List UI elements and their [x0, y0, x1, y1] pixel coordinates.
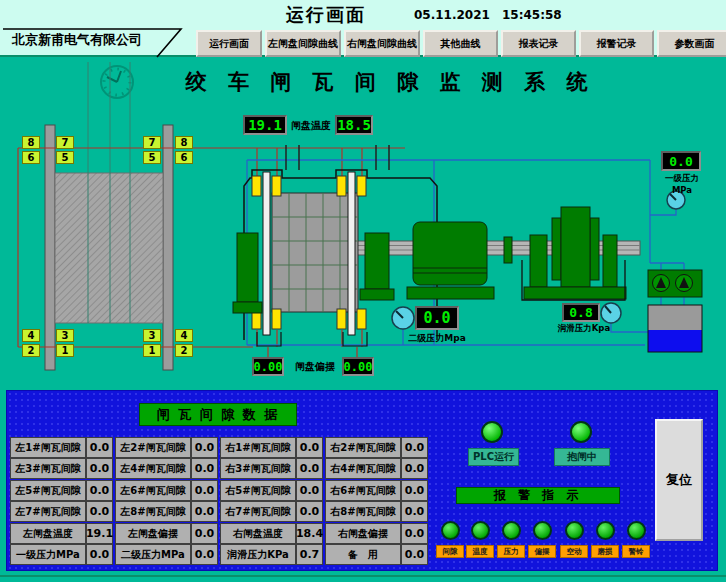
- nav-button-4[interactable]: 报表记录: [501, 30, 576, 57]
- shoe-number-box: 7: [56, 136, 74, 149]
- alarm-lamp: [502, 521, 521, 540]
- plc-status-indicator: PLC运行: [468, 448, 519, 466]
- table-value-cell: 0.0: [86, 544, 113, 565]
- table-label-cell: 右4#闸瓦间隙: [325, 458, 401, 479]
- shoe-number-box: 4: [22, 329, 40, 342]
- nav-button-3[interactable]: 其他曲线: [423, 30, 498, 57]
- table-value-cell: 0.0: [296, 458, 323, 479]
- table-label-cell: 左闸盘温度: [10, 523, 86, 544]
- alarm-lamp: [565, 521, 584, 540]
- shoe-number-box: 3: [143, 329, 161, 342]
- table-value-cell: 0.0: [191, 480, 218, 501]
- table-label-cell: 左1#闸瓦间隙: [10, 437, 86, 458]
- shoe-number-box: 2: [22, 344, 40, 357]
- pressure-stage1-label: 一级压力MPa: [655, 173, 709, 195]
- nav-button-0[interactable]: 运行画面: [196, 30, 262, 57]
- shoe-number-box: 5: [56, 151, 74, 164]
- brake-disc-left: [263, 172, 270, 335]
- table-value-cell: 0.0: [401, 480, 428, 501]
- shoe-number-box: 3: [56, 329, 74, 342]
- clock-icon: [101, 66, 133, 98]
- table-label-cell: 左7#闸瓦间隙: [10, 501, 86, 522]
- system-title: 绞 车 闸 瓦 间 隙 监 测 系 统: [140, 68, 640, 96]
- time-display: 15:45:58: [502, 8, 558, 22]
- disc-temp-label: 闸盘温度: [287, 119, 335, 133]
- alarm-label: 温度: [466, 545, 494, 558]
- shoe-number-box: 7: [143, 136, 161, 149]
- brake-disc-right: [348, 172, 355, 335]
- hydraulic-piping: [247, 160, 684, 345]
- table-label-cell: 二级压力MPa: [115, 544, 191, 565]
- shoe-number-box: 6: [175, 151, 193, 164]
- alarm-label: 偏摆: [528, 545, 556, 558]
- table-label-cell: 左4#闸瓦间隙: [115, 458, 191, 479]
- table-value-cell: 19.1: [86, 523, 113, 544]
- plc-run-lamp: [481, 421, 503, 443]
- brake-stand: [244, 145, 437, 346]
- table-value-cell: 0.0: [401, 437, 428, 458]
- lcd-pressure-lube: 0.8: [562, 303, 600, 322]
- nav-buttons: 运行画面左闸盘间隙曲线右闸盘间隙曲线其他曲线报表记录报警记录参数画面: [196, 30, 726, 53]
- table-label-cell: 左5#闸瓦间隙: [10, 480, 86, 501]
- table-label-cell: 左闸盘偏摆: [115, 523, 191, 544]
- table-label-cell: 备 用: [325, 544, 401, 565]
- nav-button-5[interactable]: 报警记录: [579, 30, 654, 57]
- alarm-label: 磨损: [591, 545, 619, 558]
- table-value-cell: 0.0: [191, 501, 218, 522]
- gearbox-foundation: [522, 260, 625, 300]
- brake-status-indicator: 抱闸中: [554, 448, 610, 466]
- table-label-cell: 右7#闸瓦间隙: [220, 501, 296, 522]
- alarm-lamp: [441, 521, 460, 540]
- alarm-lamp: [533, 521, 552, 540]
- table-label-cell: 左3#闸瓦间隙: [10, 458, 86, 479]
- lcd-disc-temp-left: 19.1: [243, 115, 287, 135]
- company-name: 北京新甫电气有限公司: [12, 31, 182, 49]
- shoe-number-box: 4: [175, 329, 193, 342]
- table-value-cell: 0.0: [401, 523, 428, 544]
- hoist-diagram: [45, 62, 173, 370]
- machinery-blocks: [233, 207, 702, 313]
- reset-button[interactable]: 复位: [655, 419, 703, 541]
- pressure-lube-label: 润滑压力Kpa: [556, 323, 612, 335]
- table-value-cell: 0.0: [191, 458, 218, 479]
- sensor-wiring: [18, 148, 405, 357]
- oil-pumps: [653, 275, 693, 292]
- date-display: 05.11.2021: [414, 8, 474, 22]
- shoe-number-box: 1: [143, 344, 161, 357]
- nav-button-2[interactable]: 右闸盘间隙曲线: [344, 30, 420, 57]
- table-label-cell: 右8#闸瓦间隙: [325, 501, 401, 522]
- shoe-number-box: 6: [22, 151, 40, 164]
- lcd-disc-temp-right: 18.5: [335, 115, 373, 135]
- table-label-cell: 右闸盘偏摆: [325, 523, 401, 544]
- oil-tank: [648, 305, 702, 352]
- alarm-lamp: [596, 521, 615, 540]
- lcd-pressure-stage2: 0.0: [415, 306, 459, 330]
- shoe-number-box: 2: [175, 344, 193, 357]
- shoe-number-box: 8: [22, 136, 40, 149]
- pressure-gauge-stage2: [392, 307, 414, 329]
- pressure-gauge-lube: [601, 303, 621, 323]
- table-value-cell: 0.0: [191, 544, 218, 565]
- drive-shaft: [355, 241, 640, 255]
- alarm-label: 警铃: [622, 545, 650, 558]
- table-value-cell: 0.7: [296, 544, 323, 565]
- shoe-number-box: 8: [175, 136, 193, 149]
- nav-button-6[interactable]: 参数画面: [657, 30, 726, 57]
- lcd-disc-runout-right: 0.00: [342, 357, 374, 376]
- alarm-indication-title: 报 警 指 示: [456, 487, 620, 504]
- winch-drum: [272, 193, 358, 312]
- disc-runout-label: 闸盘偏摆: [288, 360, 342, 374]
- table-label-cell: 润滑压力KPa: [220, 544, 296, 565]
- lcd-disc-runout-left: 0.00: [252, 357, 284, 376]
- table-value-cell: 18.4: [296, 523, 323, 544]
- table-title: 闸 瓦 间 隙 数 据: [139, 403, 297, 426]
- table-value-cell: 0.0: [296, 437, 323, 458]
- brake-calipers: [252, 176, 366, 329]
- machine-diagram: [0, 57, 726, 390]
- alarm-lamp: [627, 521, 646, 540]
- nav-button-1[interactable]: 左闸盘间隙曲线: [265, 30, 341, 57]
- table-label-cell: 左6#闸瓦间隙: [115, 480, 191, 501]
- table-value-cell: 0.0: [191, 437, 218, 458]
- table-label-cell: 右5#闸瓦间隙: [220, 480, 296, 501]
- table-value-cell: 0.0: [401, 544, 428, 565]
